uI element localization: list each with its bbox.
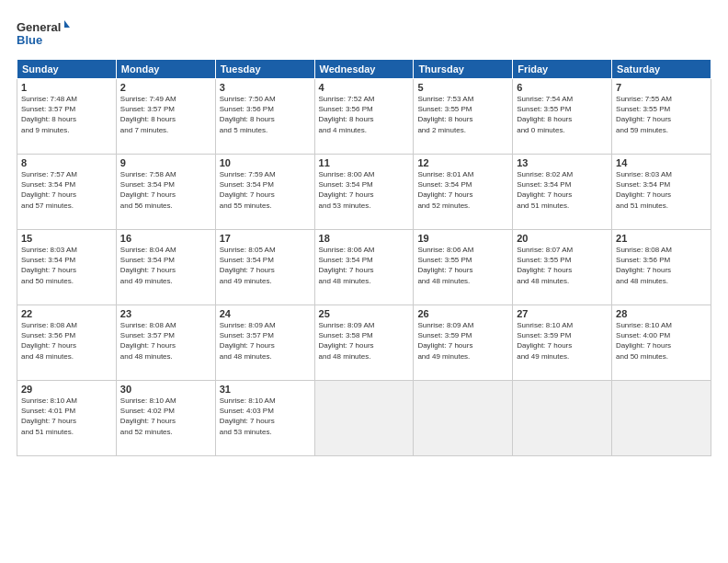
col-header-wednesday: Wednesday [314,60,414,79]
week-row-1: 1Sunrise: 7:48 AM Sunset: 3:57 PM Daylig… [17,79,711,155]
day-number: 6 [517,82,608,93]
day-number: 12 [417,157,508,168]
calendar-cell [513,381,612,456]
day-number: 19 [417,233,508,244]
calendar-cell: 3Sunrise: 7:50 AM Sunset: 3:56 PM Daylig… [215,79,314,155]
day-number: 13 [517,157,608,168]
day-number: 27 [517,308,608,319]
calendar-cell: 24Sunrise: 8:09 AM Sunset: 3:57 PM Dayli… [215,305,314,381]
col-header-thursday: Thursday [414,60,513,79]
col-header-sunday: Sunday [17,60,117,79]
day-info: Sunrise: 8:08 AM Sunset: 3:57 PM Dayligh… [120,320,211,362]
day-info: Sunrise: 7:49 AM Sunset: 3:57 PM Dayligh… [120,94,211,135]
day-number: 3 [220,82,311,93]
week-row-2: 8Sunrise: 7:57 AM Sunset: 3:54 PM Daylig… [17,155,711,230]
day-number: 20 [517,233,608,244]
calendar-cell [612,381,711,456]
day-number: 29 [21,384,112,395]
calendar-cell: 17Sunrise: 8:05 AM Sunset: 3:54 PM Dayli… [215,230,314,305]
calendar-cell: 19Sunrise: 8:06 AM Sunset: 3:55 PM Dayli… [414,230,513,305]
calendar-cell: 29Sunrise: 8:10 AM Sunset: 4:01 PM Dayli… [17,381,117,456]
day-info: Sunrise: 7:50 AM Sunset: 3:56 PM Dayligh… [220,94,311,135]
day-info: Sunrise: 7:53 AM Sunset: 3:55 PM Dayligh… [417,94,508,135]
logo-svg: General Blue [17,18,72,52]
day-info: Sunrise: 7:52 AM Sunset: 3:56 PM Dayligh… [319,94,410,135]
day-info: Sunrise: 8:07 AM Sunset: 3:55 PM Dayligh… [517,245,608,286]
calendar-cell: 15Sunrise: 8:03 AM Sunset: 3:54 PM Dayli… [17,230,117,305]
day-number: 9 [120,157,211,168]
day-number: 22 [21,308,112,319]
calendar-cell: 9Sunrise: 7:58 AM Sunset: 3:54 PM Daylig… [116,155,215,230]
day-info: Sunrise: 8:03 AM Sunset: 3:54 PM Dayligh… [21,245,112,286]
day-info: Sunrise: 8:09 AM Sunset: 3:57 PM Dayligh… [220,320,311,362]
calendar-cell: 7Sunrise: 7:55 AM Sunset: 3:55 PM Daylig… [612,79,711,155]
day-info: Sunrise: 8:06 AM Sunset: 3:54 PM Dayligh… [319,245,410,286]
day-number: 18 [319,233,410,244]
day-number: 1 [21,82,112,93]
calendar-cell: 31Sunrise: 8:10 AM Sunset: 4:03 PM Dayli… [215,381,314,456]
calendar-body: 1Sunrise: 7:48 AM Sunset: 3:57 PM Daylig… [17,79,711,456]
calendar-cell: 13Sunrise: 8:02 AM Sunset: 3:54 PM Dayli… [513,155,612,230]
day-info: Sunrise: 7:55 AM Sunset: 3:55 PM Dayligh… [616,94,707,135]
day-number: 23 [120,308,211,319]
week-row-3: 15Sunrise: 8:03 AM Sunset: 3:54 PM Dayli… [17,230,711,305]
day-info: Sunrise: 8:10 AM Sunset: 3:59 PM Dayligh… [517,320,608,362]
calendar-cell: 4Sunrise: 7:52 AM Sunset: 3:56 PM Daylig… [314,79,414,155]
day-info: Sunrise: 8:02 AM Sunset: 3:54 PM Dayligh… [517,169,608,211]
week-row-5: 29Sunrise: 8:10 AM Sunset: 4:01 PM Dayli… [17,381,711,456]
day-info: Sunrise: 7:48 AM Sunset: 3:57 PM Dayligh… [21,94,112,135]
day-number: 10 [220,157,311,168]
day-number: 21 [616,233,707,244]
calendar-cell: 30Sunrise: 8:10 AM Sunset: 4:02 PM Dayli… [116,381,215,456]
calendar-cell: 27Sunrise: 8:10 AM Sunset: 3:59 PM Dayli… [513,305,612,381]
calendar-cell: 22Sunrise: 8:08 AM Sunset: 3:56 PM Dayli… [17,305,117,381]
day-number: 2 [120,82,211,93]
calendar-cell: 5Sunrise: 7:53 AM Sunset: 3:55 PM Daylig… [414,79,513,155]
header: General Blue [17,15,711,52]
calendar-cell: 11Sunrise: 8:00 AM Sunset: 3:54 PM Dayli… [314,155,414,230]
calendar-cell: 12Sunrise: 8:01 AM Sunset: 3:54 PM Dayli… [414,155,513,230]
day-info: Sunrise: 8:09 AM Sunset: 3:58 PM Dayligh… [319,320,410,362]
day-number: 8 [21,157,112,168]
calendar-cell [414,381,513,456]
day-number: 31 [220,384,311,395]
day-number: 24 [220,308,311,319]
day-info: Sunrise: 8:04 AM Sunset: 3:54 PM Dayligh… [120,245,211,286]
logo: General Blue [17,18,72,52]
calendar-cell: 1Sunrise: 7:48 AM Sunset: 3:57 PM Daylig… [17,79,117,155]
day-info: Sunrise: 8:10 AM Sunset: 4:01 PM Dayligh… [21,396,112,437]
day-info: Sunrise: 8:10 AM Sunset: 4:00 PM Dayligh… [616,320,707,362]
col-header-monday: Monday [116,60,215,79]
calendar-cell: 28Sunrise: 8:10 AM Sunset: 4:00 PM Dayli… [612,305,711,381]
svg-text:General: General [17,20,61,34]
day-number: 16 [120,233,211,244]
day-info: Sunrise: 7:54 AM Sunset: 3:55 PM Dayligh… [517,94,608,135]
day-info: Sunrise: 8:10 AM Sunset: 4:02 PM Dayligh… [120,396,211,437]
day-number: 7 [616,82,707,93]
svg-marker-2 [64,20,70,28]
calendar-cell: 26Sunrise: 8:09 AM Sunset: 3:59 PM Dayli… [414,305,513,381]
calendar-cell: 2Sunrise: 7:49 AM Sunset: 3:57 PM Daylig… [116,79,215,155]
page: General Blue SundayMondayTuesdayWednesda… [0,0,728,563]
day-info: Sunrise: 7:59 AM Sunset: 3:54 PM Dayligh… [220,169,311,211]
day-info: Sunrise: 8:05 AM Sunset: 3:54 PM Dayligh… [220,245,311,286]
calendar-cell: 21Sunrise: 8:08 AM Sunset: 3:56 PM Dayli… [612,230,711,305]
day-number: 17 [220,233,311,244]
day-number: 30 [120,384,211,395]
calendar-cell: 10Sunrise: 7:59 AM Sunset: 3:54 PM Dayli… [215,155,314,230]
day-info: Sunrise: 8:06 AM Sunset: 3:55 PM Dayligh… [417,245,508,286]
day-info: Sunrise: 8:01 AM Sunset: 3:54 PM Dayligh… [417,169,508,211]
day-number: 25 [319,308,410,319]
day-number: 5 [417,82,508,93]
calendar-cell: 18Sunrise: 8:06 AM Sunset: 3:54 PM Dayli… [314,230,414,305]
calendar-cell: 16Sunrise: 8:04 AM Sunset: 3:54 PM Dayli… [116,230,215,305]
day-info: Sunrise: 8:10 AM Sunset: 4:03 PM Dayligh… [220,396,311,437]
col-header-friday: Friday [513,60,612,79]
col-header-saturday: Saturday [612,60,711,79]
calendar-cell: 8Sunrise: 7:57 AM Sunset: 3:54 PM Daylig… [17,155,117,230]
day-info: Sunrise: 8:03 AM Sunset: 3:54 PM Dayligh… [616,169,707,211]
calendar-cell: 23Sunrise: 8:08 AM Sunset: 3:57 PM Dayli… [116,305,215,381]
calendar-table: SundayMondayTuesdayWednesdayThursdayFrid… [17,59,711,456]
col-header-tuesday: Tuesday [215,60,314,79]
day-number: 28 [616,308,707,319]
